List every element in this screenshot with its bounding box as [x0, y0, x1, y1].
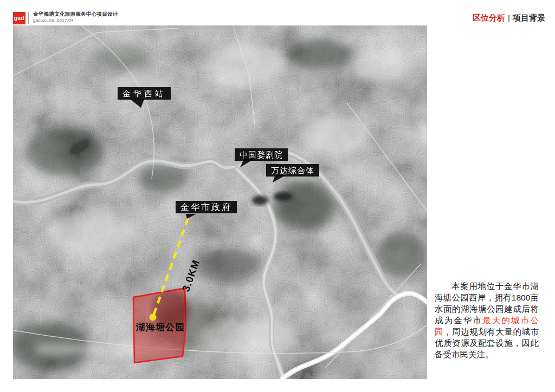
description-tail: ，周边规划有大量的城市优质资源及配套设施，因此备受市民关注。 — [435, 327, 539, 359]
gad-logo: gad — [13, 12, 25, 24]
site-endpoint-dot — [150, 314, 157, 321]
distance-label: 3.0KM — [180, 258, 202, 293]
section-title-separator: | — [508, 13, 510, 22]
company-line: gad.co.,ltd. 2017.04 — [33, 18, 73, 23]
header-divider — [28, 12, 29, 24]
project-description: 本案用地位于金华市湖海塘公园西岸，拥有1800亩水面的湖海塘公园建成后将成为金华… — [435, 280, 539, 360]
label-huhaitang-park: 湖海塘公园 — [136, 321, 185, 334]
label-city-government: 金华市政府 — [176, 201, 237, 213]
label-wanda-complex: 万达综合体 — [266, 164, 319, 177]
label-china-wu-opera-house: 中国婺剧院 — [235, 148, 288, 161]
label-jinhua-west-station: 金华西站 — [118, 87, 171, 100]
section-title: 区位分析|项目背景 — [473, 13, 545, 23]
section-title-secondary: 项目背景 — [513, 13, 545, 22]
satellite-map: 3.0KM 金华西站 中国婺剧院 万达综合体 金华市政府 湖海塘公园 — [13, 25, 427, 379]
west-station-pointer — [130, 99, 144, 108]
presentation-slide: gad 金华海塘文化旅游服务中心项目设计 gad.co.,ltd. 2017.0… — [0, 0, 555, 392]
project-title: 金华海塘文化旅游服务中心项目设计 — [33, 11, 118, 18]
section-title-primary: 区位分析 — [473, 13, 505, 22]
government-pointer — [186, 214, 196, 219]
